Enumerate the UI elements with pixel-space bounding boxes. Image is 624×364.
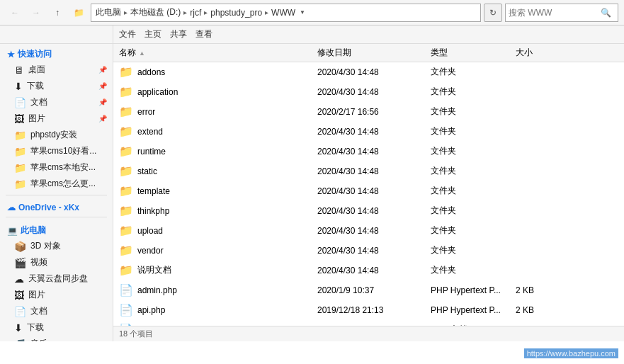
file-type-cell: 文件夹	[425, 162, 510, 180]
downloads2-icon: ⬇	[14, 322, 23, 334]
path-sep-4: ▸	[265, 8, 268, 16]
toolbar-home[interactable]: 主页	[144, 28, 161, 40]
table-row[interactable]: 📁 application 2020/4/30 14:48 文件夹	[113, 82, 624, 102]
table-row[interactable]: 📁 static 2020/4/30 14:48 文件夹	[113, 161, 624, 181]
col-header-size[interactable]: 大小	[510, 44, 567, 62]
col-header-name[interactable]: 名称 ▲	[113, 44, 312, 62]
file-type-cell: 文件夹	[425, 123, 510, 140]
up-button[interactable]: ↑	[48, 4, 67, 22]
phpstdy-folder-icon: 📁	[14, 130, 26, 141]
sidebar-item-pictures[interactable]: 🖼 图片 📌	[0, 110, 113, 127]
path-segment-rjcf[interactable]: rjcf ▸	[190, 8, 209, 18]
refresh-button[interactable]: ↻	[484, 4, 502, 22]
file-size-cell	[510, 129, 567, 135]
file-size-cell	[510, 248, 567, 254]
file-size-cell: 2 KB	[510, 302, 567, 318]
sidebar-item-apple3[interactable]: 📁 苹果cms怎么更...	[0, 176, 113, 192]
search-icon: 🔍	[601, 8, 611, 18]
sidebar-item-apple1[interactable]: 📁 苹果cms10好看...	[0, 143, 113, 159]
table-row[interactable]: 📁 runtime 2020/4/30 14:48 文件夹	[113, 142, 624, 161]
table-row[interactable]: 📄 admin.php 2020/1/9 10:37 PHP Hypertext…	[113, 280, 624, 300]
toolbar: 文件 主页 共享 查看	[113, 25, 624, 44]
file-name-cell: 📄 crossdomain.xml	[113, 320, 312, 326]
sidebar-item-phpstdy[interactable]: 📁 phpstdy安装	[0, 127, 113, 143]
pin-icon-desktop: 📌	[98, 66, 107, 74]
sidebar-item-music[interactable]: 🎵 音乐	[0, 336, 113, 341]
table-row[interactable]: 📁 addons 2020/4/30 14:48 文件夹	[113, 62, 624, 82]
sidebar-item-downloads2[interactable]: ⬇ 下载	[0, 319, 113, 336]
file-name-cell: 📁 addons	[113, 62, 312, 81]
sidebar-item-apple2[interactable]: 📁 苹果cms本地安...	[0, 159, 113, 176]
sidebar-item-documents[interactable]: 📄 文档 📌	[0, 94, 113, 110]
apple3-folder-icon: 📁	[14, 178, 26, 190]
tianyi-icon: ☁	[14, 273, 24, 285]
file-list-container[interactable]: 名称 ▲ 修改日期 类型 大小 📁 addons 2020/4/30 14:48…	[113, 44, 624, 326]
forward-button[interactable]: →	[27, 4, 45, 22]
path-segment-drive[interactable]: 本地磁盘 (D:) ▸	[130, 6, 188, 18]
file-type-cell: 文件夹	[425, 83, 510, 101]
folder-icon-btn[interactable]: 📁	[69, 4, 88, 22]
sidebar-item-downloads[interactable]: ⬇ 下载 📌	[0, 78, 113, 94]
file-type-cell: 文件夹	[425, 103, 510, 120]
pictures-icon: 🖼	[14, 113, 24, 125]
file-date-cell: 2019/12/18 21:13	[312, 302, 425, 318]
table-row[interactable]: 📁 upload 2020/4/30 14:48 文件夹	[113, 221, 624, 241]
toolbar-share[interactable]: 共享	[170, 28, 187, 40]
path-bar[interactable]: 此电脑 ▸ 本地磁盘 (D:) ▸ rjcf ▸ phpstudy_pro ▸ …	[91, 4, 481, 22]
file-icon: 📁	[119, 244, 133, 257]
file-icon: 📁	[119, 144, 133, 158]
file-name: 说明文档	[137, 264, 171, 276]
file-type-cell: PHP Hypertext P...	[425, 302, 510, 318]
file-list-header: 名称 ▲ 修改日期 类型 大小	[113, 44, 624, 62]
toolbar-view[interactable]: 查看	[195, 28, 212, 40]
pictures2-icon: 🖼	[14, 290, 24, 301]
main-area: ★ 快速访问 🖥 桌面 📌 ⬇ 下载 📌 📄 文档 📌 🖼 图片 📌 📁 php…	[0, 44, 624, 341]
table-row[interactable]: 📁 说明文档 2020/4/30 14:48 文件夹	[113, 261, 624, 280]
sidebar-item-desktop[interactable]: 🖥 桌面 📌	[0, 62, 113, 78]
file-rows: 📁 addons 2020/4/30 14:48 文件夹 📁 applicati…	[113, 62, 624, 326]
file-size-cell	[510, 169, 567, 174]
file-name: template	[137, 186, 170, 196]
sidebar-item-3d[interactable]: 📦 3D 对象	[0, 238, 113, 254]
file-size-cell	[510, 268, 567, 273]
file-date-cell: 2020/4/30 14:48	[312, 203, 425, 219]
file-name: error	[137, 107, 155, 117]
file-date-cell: 2020/2/17 16:56	[312, 104, 425, 120]
path-segment-pc[interactable]: 此电脑 ▸	[96, 6, 129, 18]
pin-icon-downloads: 📌	[98, 82, 107, 90]
file-date-cell: 2019/7/8 10:09	[312, 322, 425, 326]
cloud-icon: ☁	[7, 203, 16, 212]
watermark: https://www.bazhepu.com	[524, 348, 618, 358]
sidebar-item-video[interactable]: 🎬 视频	[0, 254, 113, 271]
apple1-folder-icon: 📁	[14, 146, 26, 157]
file-icon: 📁	[119, 224, 133, 237]
col-header-type[interactable]: 类型	[425, 44, 510, 62]
file-size-cell	[510, 208, 567, 214]
file-name: admin.php	[137, 285, 177, 295]
file-size-cell: 2 KB	[510, 283, 567, 298]
table-row[interactable]: 📄 crossdomain.xml 2019/7/8 10:09 XML 文档 …	[113, 320, 624, 326]
toolbar-area: 文件 主页 共享 查看	[0, 25, 624, 44]
file-icon: 📄	[119, 323, 133, 326]
path-dropdown-icon[interactable]: ▼	[297, 7, 308, 18]
search-input[interactable]	[509, 8, 601, 18]
sidebar-item-documents2[interactable]: 📄 文档	[0, 303, 113, 319]
table-row[interactable]: 📁 extend 2020/4/30 14:48 文件夹	[113, 122, 624, 142]
table-row[interactable]: 📁 thinkphp 2020/4/30 14:48 文件夹	[113, 201, 624, 221]
table-row[interactable]: 📄 api.php 2019/12/18 21:13 PHP Hypertext…	[113, 300, 624, 320]
search-bar[interactable]: 🔍	[505, 4, 618, 22]
sidebar-item-cloud[interactable]: ☁ 天翼云盘同步盘	[0, 271, 113, 287]
file-type-cell: 文件夹	[425, 241, 510, 259]
back-button[interactable]: ←	[6, 4, 24, 22]
path-sep-3: ▸	[204, 8, 208, 16]
col-header-date[interactable]: 修改日期	[312, 44, 425, 62]
file-name: crossdomain.xml	[137, 325, 201, 326]
sidebar-item-pictures2[interactable]: 🖼 图片	[0, 287, 113, 303]
table-row[interactable]: 📁 template 2020/4/30 14:48 文件夹	[113, 181, 624, 201]
table-row[interactable]: 📁 vendor 2020/4/30 14:48 文件夹	[113, 241, 624, 261]
file-name-cell: 📄 api.php	[113, 300, 312, 319]
toolbar-file[interactable]: 文件	[119, 28, 136, 40]
table-row[interactable]: 📁 error 2020/2/17 16:56 文件夹	[113, 102, 624, 122]
path-segment-www[interactable]: WWW	[271, 8, 295, 18]
path-segment-phpstudy[interactable]: phpstudy_pro ▸	[210, 8, 270, 18]
